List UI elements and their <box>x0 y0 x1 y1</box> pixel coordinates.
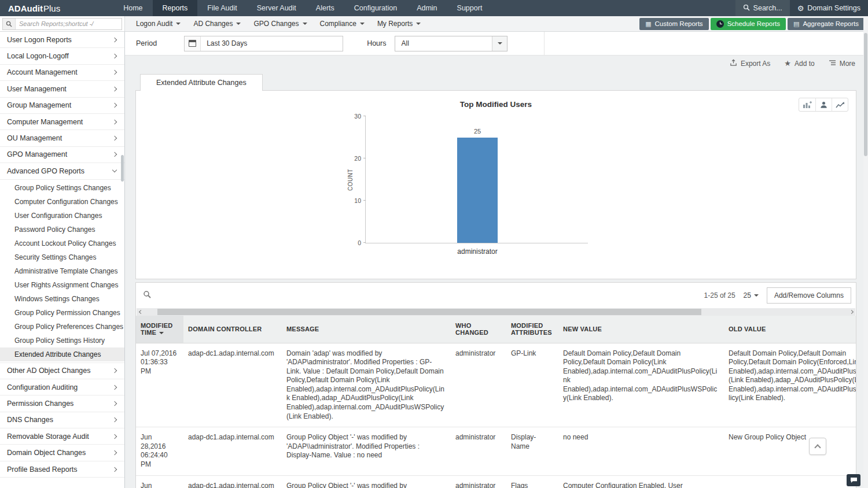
sidebar-subitem-computer-configuration-changes[interactable]: Computer Configuration Changes <box>0 195 124 209</box>
sidebar-subitem-security-settings-changes[interactable]: Security Settings Changes <box>0 250 124 264</box>
sidebar-scrollbar-thumb[interactable] <box>121 155 124 182</box>
column-header-modified-time[interactable]: MODIFIED TIME <box>136 316 183 343</box>
search-reports-input[interactable] <box>16 20 122 27</box>
sidebar-item-dns-changes[interactable]: DNS Changes <box>0 412 124 428</box>
table-row[interactable]: Jun 28,2016 06:24:40 PMadap-dc1.adap.int… <box>136 475 856 488</box>
scroll-right-arrow-icon[interactable] <box>847 308 855 316</box>
scroll-left-arrow-icon[interactable] <box>137 308 145 316</box>
menu-compliance[interactable]: Compliance <box>314 16 371 31</box>
domain-settings-button[interactable]: ⚙ Domain Settings <box>790 0 868 16</box>
sidebar-subitem-group-policy-preferences-changes[interactable]: Group Policy Preferences Changes <box>0 320 124 334</box>
table-row[interactable]: Jul 07,2016 01:36:33 PMadap-dc1.adap.int… <box>136 343 856 427</box>
add-to-label: Add to <box>795 60 815 68</box>
export-as-button[interactable]: Export As <box>730 59 770 68</box>
nav-item-server-audit[interactable]: Server Audit <box>247 0 306 16</box>
column-header-message[interactable]: MESSAGE <box>282 316 451 343</box>
sidebar-nav: User Logon ReportsLocal Logon-LogoffAcco… <box>0 32 124 478</box>
hours-select[interactable]: All <box>395 36 507 51</box>
page-scrollbar[interactable] <box>863 16 868 488</box>
table-row[interactable]: Jun 28,2016 06:24:40 PMadap-dc1.adap.int… <box>136 427 856 475</box>
sidebar-subitem-password-policy-changes[interactable]: Password Policy Changes <box>0 223 124 236</box>
column-header-domain-controller[interactable]: DOMAIN CONTROLLER <box>183 316 282 343</box>
chevron-right-icon <box>112 385 117 389</box>
sidebar-item-configuration-auditing[interactable]: Configuration Auditing <box>0 379 124 395</box>
sidebar-item-ou-management[interactable]: OU Management <box>0 130 124 146</box>
line-chart-icon[interactable] <box>832 98 848 111</box>
aggregate-reports-button[interactable]: ▤Aggregate Reports <box>788 18 865 30</box>
cell-domain-controller: adap-dc1.adap.internal.com <box>183 427 282 475</box>
sidebar-item-computer-management[interactable]: Computer Management <box>0 114 124 130</box>
sidebar-item-user-management[interactable]: User Management <box>0 81 124 97</box>
feedback-button[interactable] <box>847 474 860 486</box>
nav-item-support[interactable]: Support <box>447 0 492 16</box>
schedule-reports-button[interactable]: Schedule Reports <box>711 18 786 30</box>
nav-item-home[interactable]: Home <box>113 0 152 16</box>
sidebar-subitem-group-policy-settings-changes[interactable]: Group Policy Settings Changes <box>0 181 124 195</box>
period-picker[interactable]: Last 30 Days <box>184 36 343 51</box>
horizontal-scrollbar-thumb[interactable] <box>157 309 701 315</box>
bar-administrator[interactable] <box>457 138 498 243</box>
sidebar-item-advanced-gpo-reports[interactable]: Advanced GPO Reports <box>0 163 124 179</box>
nav-item-file-audit[interactable]: File Audit <box>197 0 247 16</box>
menu-ad-changes[interactable]: AD Changes <box>187 16 247 31</box>
column-header-old-value[interactable]: OLD VALUE <box>724 316 856 343</box>
menu-my-reports[interactable]: My Reports <box>371 16 427 31</box>
add-to-button[interactable]: ★ Add to <box>784 60 814 68</box>
column-header-modified-attributes[interactable]: MODIFIED ATTRIBUTES <box>506 316 558 343</box>
menu-gpo-changes[interactable]: GPO Changes <box>247 16 313 31</box>
logo-light: Plus <box>43 3 60 13</box>
sidebar-item-account-management[interactable]: Account Management <box>0 65 124 81</box>
column-header-new-value[interactable]: NEW VALUE <box>558 316 724 343</box>
grid-header-row: MODIFIED TIMEDOMAIN CONTROLLERMESSAGEWHO… <box>136 316 856 343</box>
sidebar-item-label: GPO Management <box>7 150 113 158</box>
bar-chart-icon[interactable] <box>799 98 815 111</box>
sidebar-item-user-logon-reports[interactable]: User Logon Reports <box>0 32 124 48</box>
sub-toolbar: Logon AuditAD ChangesGPO ChangesComplian… <box>0 16 868 32</box>
user-icon[interactable] <box>815 98 832 111</box>
sidebar-item-local-logon-logoff[interactable]: Local Logon-Logoff <box>0 48 124 64</box>
add-remove-columns-button[interactable]: Add/Remove Columns <box>767 287 851 304</box>
sidebar-subitem-user-rights-assignment-changes[interactable]: User Rights Assignment Changes <box>0 278 124 292</box>
cell-who-changed: administrator <box>451 475 506 488</box>
more-button[interactable]: More <box>829 60 855 68</box>
sidebar-item-group-management[interactable]: Group Management <box>0 98 124 114</box>
page-size-dropdown[interactable]: 25 <box>744 291 759 300</box>
sidebar-subitem-group-policy-permission-changes[interactable]: Group Policy Permission Changes <box>0 306 124 320</box>
cell-who-changed: administrator <box>451 427 506 475</box>
search-icon[interactable] <box>3 19 16 29</box>
sidebar-item-profile-based-reports[interactable]: Profile Based Reports <box>0 461 124 478</box>
sidebar-item-removable-storage-audit[interactable]: Removable Storage Audit <box>0 428 124 445</box>
hours-value: All <box>395 39 409 47</box>
column-header-who-changed[interactable]: WHO CHANGED <box>451 316 506 343</box>
sidebar-subitem-group-policy-settings-history[interactable]: Group Policy Settings History <box>0 334 124 347</box>
sidebar-item-permission-changes[interactable]: Permission Changes <box>0 395 124 412</box>
global-search-button[interactable]: Search... <box>735 0 790 16</box>
sidebar-item-other-ad-object-changes[interactable]: Other AD Object Changes <box>0 363 124 379</box>
nav-item-admin[interactable]: Admin <box>407 0 447 16</box>
sidebar-item-label: User Logon Reports <box>7 36 113 44</box>
menu-logon-audit[interactable]: Logon Audit <box>130 16 187 31</box>
menu-label: Compliance <box>320 20 356 28</box>
sidebar-subitem-user-configuration-changes[interactable]: User Configuration Changes <box>0 209 124 223</box>
chevron-down-icon <box>303 23 307 25</box>
sidebar-item-gpo-management[interactable]: GPO Management <box>0 147 124 163</box>
cell-new-value: Default Domain Policy,Default Domain Pol… <box>558 343 724 427</box>
custom-reports-icon: ▦ <box>645 21 651 27</box>
table-search-icon[interactable] <box>143 290 151 301</box>
nav-item-reports[interactable]: Reports <box>153 0 198 16</box>
nav-item-alerts[interactable]: Alerts <box>306 0 344 16</box>
horizontal-scrollbar[interactable] <box>137 308 855 316</box>
chevron-right-icon <box>112 417 117 422</box>
tab-extended-attribute-changes[interactable]: Extended Attribute Changes <box>140 74 263 91</box>
page-scrollbar-thumb[interactable] <box>864 33 867 156</box>
chevron-right-icon <box>112 87 117 91</box>
scroll-to-top-button[interactable] <box>809 438 826 455</box>
sidebar-subitem-windows-settings-changes[interactable]: Windows Settings Changes <box>0 292 124 306</box>
sidebar-subitem-extended-attribute-changes[interactable]: Extended Attribute Changes <box>0 347 124 361</box>
sidebar-subitem-administrative-template-changes[interactable]: Administrative Template Changes <box>0 264 124 278</box>
custom-reports-button[interactable]: ▦Custom Reports <box>639 18 709 30</box>
sidebar-subitem-account-lockout-policy-changes[interactable]: Account Lockout Policy Changes <box>0 236 124 250</box>
nav-item-configuration[interactable]: Configuration <box>344 0 407 16</box>
calendar-icon[interactable] <box>185 36 201 51</box>
sidebar-item-domain-object-changes[interactable]: Domain Object Changes <box>0 445 124 461</box>
